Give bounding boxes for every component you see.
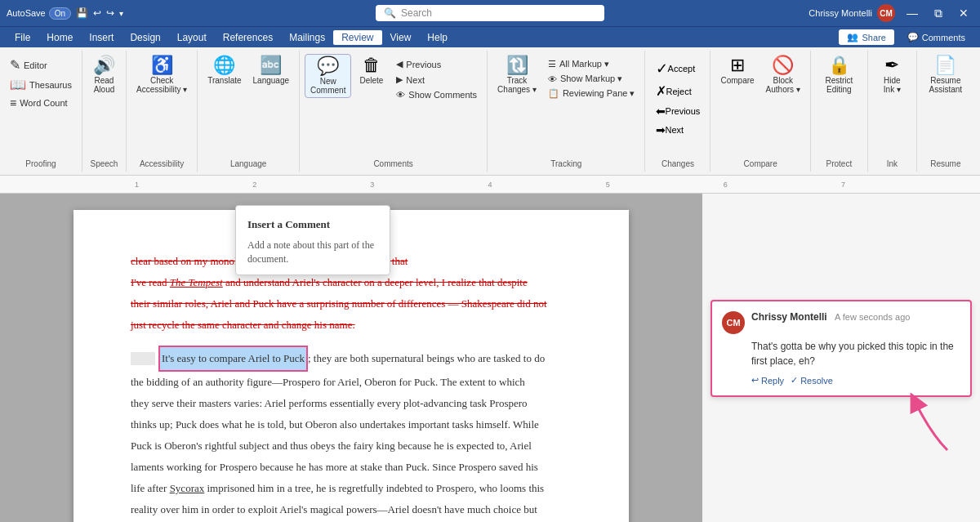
para-10: laments working for Prospero because he … bbox=[131, 457, 572, 478]
redo-icon[interactable]: ↪ bbox=[106, 7, 114, 19]
track-changes-icon: 🔃 bbox=[506, 56, 528, 74]
resume-assistant-button[interactable]: 📄 ResumeAssistant bbox=[924, 54, 968, 96]
para-12: reality over him in order to exploit Ari… bbox=[131, 499, 572, 520]
next-change-button[interactable]: ➡ Next bbox=[651, 121, 706, 139]
close-button[interactable]: ✕ bbox=[954, 7, 973, 20]
menu-item-design[interactable]: Design bbox=[122, 30, 168, 45]
para-9: Puck is Oberon's rightful subject and th… bbox=[131, 435, 572, 457]
menu-item-insert[interactable]: Insert bbox=[81, 30, 122, 45]
search-box[interactable]: 🔍 Search bbox=[376, 5, 604, 21]
block-authors-button[interactable]: 🚫 BlockAuthors ▾ bbox=[761, 54, 805, 96]
avatar: CM bbox=[877, 4, 895, 22]
comment-meta: Chrissy Montelli A few seconds ago bbox=[751, 311, 960, 323]
menu-bar-right: 👥 Share 💬 Comments bbox=[839, 29, 973, 45]
all-markup-icon: ☰ bbox=[548, 59, 556, 69]
redline-marker bbox=[131, 352, 155, 365]
hide-ink-button[interactable]: ✒ HideInk ▾ bbox=[877, 54, 906, 96]
tracking-label: Tracking bbox=[488, 159, 644, 168]
ribbon-group-resume: 📄 ResumeAssistant Resume bbox=[917, 51, 974, 172]
comment-panel: CM Chrissy Montelli A few seconds ago Th… bbox=[702, 194, 980, 522]
new-comment-icon: 💬 bbox=[317, 57, 339, 75]
thesaurus-button[interactable]: 📖 Thesaurus bbox=[5, 75, 77, 94]
menu-item-layout[interactable]: Layout bbox=[169, 30, 215, 45]
all-markup-button[interactable]: ☰ All Markup ▾ bbox=[543, 57, 640, 71]
track-changes-button[interactable]: 🔃 TrackChanges ▾ bbox=[492, 54, 541, 96]
ribbon-group-protect: 🔒 RestrictEditing Protect bbox=[811, 51, 868, 172]
show-markup-button[interactable]: 👁 Show Markup ▾ bbox=[543, 72, 640, 86]
reject-button[interactable]: ✗ Reject bbox=[651, 81, 706, 101]
new-comment-button[interactable]: 💬 NewComment bbox=[305, 54, 351, 98]
arrow-indicator bbox=[906, 393, 956, 461]
para-7: they serve their masters varies: Ariel p… bbox=[131, 393, 572, 414]
resolve-button[interactable]: ✓ Resolve bbox=[791, 375, 833, 386]
word-count-button[interactable]: ≡ Word Count bbox=[5, 95, 73, 111]
reviewing-pane-button[interactable]: 📋 Reviewing Pane ▾ bbox=[543, 87, 640, 100]
menu-item-mailings[interactable]: Mailings bbox=[281, 30, 333, 45]
title-bar-left: AutoSave On 💾 ↩ ↪ ▾ bbox=[7, 7, 123, 20]
comments-icon: 💬 bbox=[907, 32, 919, 42]
compare-icon: ⊞ bbox=[730, 56, 745, 74]
ribbon-group-comments: 💬 NewComment 🗑 Delete ◀ Previous ▶ Next … bbox=[300, 51, 488, 172]
compare-button[interactable]: ⊞ Compare bbox=[715, 54, 759, 87]
para-11: life after Sycorax imprisoned him in a t… bbox=[131, 478, 572, 499]
accept-icon: ✓ bbox=[656, 60, 668, 78]
prev-change-button[interactable]: ⬅ Previous bbox=[651, 102, 706, 120]
ribbon-group-proofing: ✎ Editor 📖 Thesaurus ≡ Word Count Proofi… bbox=[0, 51, 82, 172]
block-authors-icon: 🚫 bbox=[772, 56, 794, 74]
menu-item-view[interactable]: View bbox=[382, 30, 420, 45]
user-badge: Chrissy Montelli CM bbox=[808, 4, 895, 22]
translate-button[interactable]: 🌐 Translate bbox=[203, 54, 246, 87]
ribbon-group-tracking: 🔃 TrackChanges ▾ ☰ All Markup ▾ 👁 Show M… bbox=[488, 51, 645, 172]
restrict-editing-button[interactable]: 🔒 RestrictEditing bbox=[820, 54, 858, 96]
next-icon: ▶ bbox=[396, 74, 403, 85]
comment-card: CM Chrissy Montelli A few seconds ago Th… bbox=[710, 300, 972, 397]
comment-actions: ↩ Reply ✓ Resolve bbox=[751, 375, 960, 386]
accept-button[interactable]: ✓ Accept bbox=[651, 57, 706, 80]
restore-button[interactable]: ⧉ bbox=[929, 7, 947, 20]
resolve-icon: ✓ bbox=[791, 375, 798, 386]
save-icon[interactable]: 💾 bbox=[76, 7, 88, 19]
para-8: thinks up; Puck does what he is told, bu… bbox=[131, 414, 572, 435]
read-aloud-button[interactable]: 🔊 ReadAloud bbox=[88, 54, 120, 96]
next-comment-button[interactable]: ▶ Next bbox=[391, 73, 482, 87]
autosave-toggle[interactable]: AutoSave On bbox=[7, 7, 71, 20]
menu-item-review[interactable]: Review bbox=[333, 30, 381, 45]
check-accessibility-button[interactable]: ♿ CheckAccessibility ▾ bbox=[131, 54, 192, 96]
language-button[interactable]: 🔤 Language bbox=[248, 54, 295, 87]
proofing-label: Proofing bbox=[0, 159, 82, 168]
protect-label: Protect bbox=[811, 159, 867, 168]
undo-icon[interactable]: ↩ bbox=[93, 7, 101, 19]
reply-button[interactable]: ↩ Reply bbox=[751, 375, 784, 386]
ink-icon: ✒ bbox=[884, 56, 899, 74]
previous-icon: ◀ bbox=[396, 59, 403, 69]
main-area: Insert a Comment Add a note about this p… bbox=[0, 194, 980, 522]
resume-label: Resume bbox=[917, 159, 974, 168]
document-area[interactable]: Insert a Comment Add a note about this p… bbox=[0, 194, 702, 522]
translate-icon: 🌐 bbox=[213, 56, 235, 74]
delete-icon: 🗑 bbox=[363, 56, 381, 74]
next-change-icon: ➡ bbox=[656, 123, 666, 136]
menu-item-help[interactable]: Help bbox=[419, 30, 456, 45]
autosave-state[interactable]: On bbox=[49, 7, 71, 20]
accessibility-icon: ♿ bbox=[151, 56, 173, 74]
minimize-button[interactable]: — bbox=[902, 7, 923, 20]
show-comments-button[interactable]: 👁 Show Comments bbox=[391, 88, 482, 101]
ribbon-group-changes: ✓ Accept ✗ Reject ⬅ Previous ➡ Next Chan… bbox=[645, 51, 710, 172]
para-5: It's easy to compare Ariel to Puck; they… bbox=[131, 346, 572, 372]
comments-button[interactable]: 💬 Comments bbox=[899, 29, 973, 45]
title-bar-right: Chrissy Montelli CM — ⧉ ✕ bbox=[808, 4, 973, 22]
ribbon-group-ink: ✒ HideInk ▾ Ink bbox=[868, 51, 917, 172]
previous-comment-button[interactable]: ◀ Previous bbox=[391, 57, 482, 71]
ribbon-group-language: 🌐 Translate 🔤 Language Language bbox=[198, 51, 300, 172]
editor-button[interactable]: ✎ Editor bbox=[5, 56, 52, 74]
user-name: Chrissy Montelli bbox=[808, 8, 872, 18]
menu-item-home[interactable]: Home bbox=[38, 30, 81, 45]
sycorax-link: Sycorax bbox=[170, 482, 205, 494]
ribbon-group-speech: 🔊 ReadAloud Speech bbox=[82, 51, 127, 172]
ruler: 1234567 bbox=[0, 176, 980, 194]
menu-item-file[interactable]: File bbox=[7, 30, 38, 45]
prev-change-icon: ⬅ bbox=[656, 105, 666, 118]
delete-comment-button[interactable]: 🗑 Delete bbox=[354, 54, 388, 87]
menu-item-references[interactable]: References bbox=[215, 30, 281, 45]
share-button[interactable]: 👥 Share bbox=[839, 29, 893, 45]
